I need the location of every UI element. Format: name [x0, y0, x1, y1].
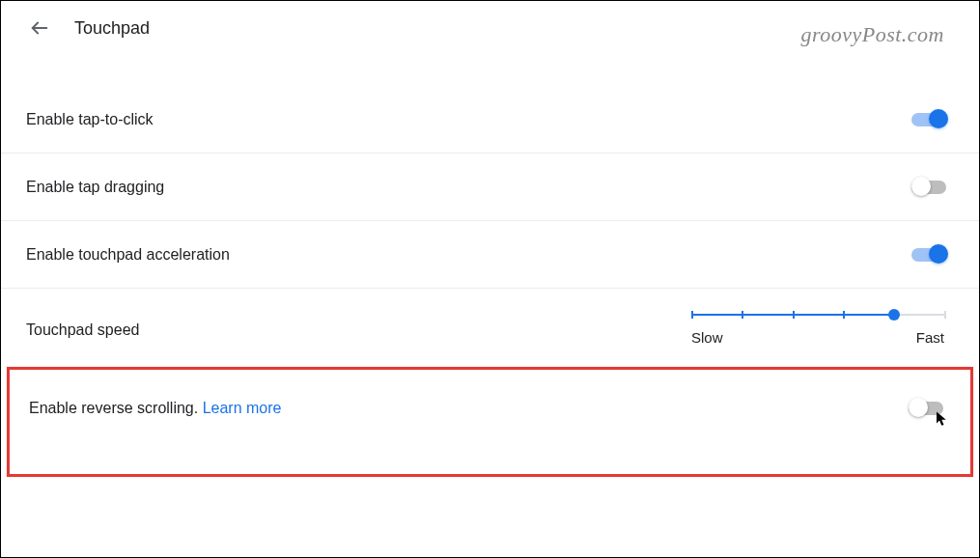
label-reverse-scrolling-text: Enable reverse scrolling. [29, 400, 203, 416]
row-tap-to-click: Enable tap-to-click [1, 86, 979, 153]
row-reverse-scrolling-highlight: Enable reverse scrolling. Learn more [7, 367, 973, 477]
slider-max-label: Fast [916, 329, 944, 346]
toggle-tap-to-click[interactable] [911, 108, 950, 131]
settings-list: Enable tap-to-click Enable tap dragging … [1, 47, 979, 477]
label-touchpad-speed: Touchpad speed [26, 321, 139, 339]
label-acceleration: Enable touchpad acceleration [26, 246, 230, 264]
learn-more-link[interactable]: Learn more [203, 400, 282, 416]
page-title: Touchpad [74, 18, 150, 39]
watermark-text: groovyPost.com [800, 22, 944, 47]
label-reverse-scrolling: Enable reverse scrolling. Learn more [29, 400, 281, 417]
slider-min-label: Slow [691, 329, 723, 346]
cursor-pointer-icon [934, 410, 953, 430]
label-tap-dragging: Enable tap dragging [26, 179, 164, 196]
back-arrow-icon[interactable] [28, 16, 51, 40]
row-touchpad-speed: Touchpad speed Slow Fast [1, 289, 979, 346]
row-acceleration: Enable touchpad acceleration [1, 221, 979, 289]
row-tap-dragging: Enable tap dragging [1, 153, 979, 221]
label-tap-to-click: Enable tap-to-click [26, 111, 154, 128]
touchpad-speed-slider[interactable]: Slow Fast [691, 314, 950, 346]
toggle-tap-dragging[interactable] [911, 176, 950, 199]
toggle-acceleration[interactable] [911, 243, 950, 266]
